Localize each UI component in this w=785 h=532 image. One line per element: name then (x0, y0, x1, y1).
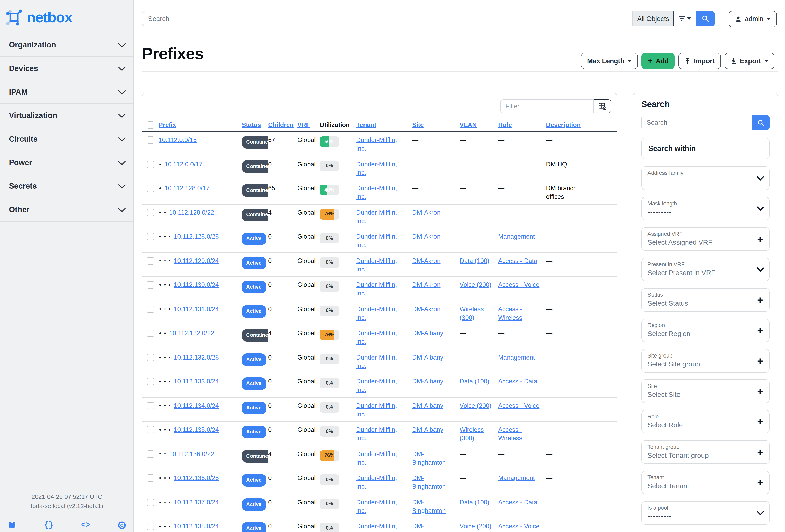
row-checkbox[interactable] (147, 523, 154, 530)
column-header-prefix[interactable]: Prefix (159, 121, 176, 128)
sidebar-item-virtualization[interactable]: Virtualization (0, 104, 133, 127)
tenant-link[interactable]: Dunder-Mifflin,Inc. (356, 256, 412, 273)
export-button[interactable]: Export (724, 53, 775, 69)
prefix-link[interactable]: 10.112.0.0/15 (159, 135, 197, 144)
tenant-link[interactable]: Dunder-Mifflin,Inc. (356, 522, 412, 532)
prefix-link[interactable]: 10.112.136.0/28 (174, 474, 219, 482)
site-link[interactable]: DM-Akron (412, 232, 460, 240)
vlan-link[interactable]: Voice (200) (460, 280, 498, 289)
filter-field-assigned-vrf[interactable]: Assigned VRFSelect Assigned VRF+ (641, 227, 769, 251)
tenant-link[interactable]: Dunder-Mifflin,Inc. (356, 184, 412, 201)
docs-book-icon[interactable] (8, 522, 16, 529)
row-checkbox[interactable] (147, 330, 154, 337)
search-within-toggle[interactable]: Search within (641, 137, 769, 159)
prefix-link[interactable]: 10.112.137.0/24 (174, 498, 219, 506)
filter-panel-search-button[interactable] (752, 115, 769, 130)
row-checkbox[interactable] (147, 257, 154, 264)
netbox-logo[interactable]: netbox (6, 9, 72, 26)
site-link[interactable]: DM-Akron (412, 208, 460, 217)
row-checkbox[interactable] (147, 233, 154, 240)
site-link[interactable]: DM-Binghamton (412, 450, 460, 466)
prefix-link[interactable]: 10.112.131.0/24 (174, 305, 219, 313)
role-link[interactable]: Access - Data (498, 498, 546, 506)
configure-columns-button[interactable] (593, 99, 611, 113)
tenant-link[interactable]: Dunder-Mifflin,Inc. (356, 305, 412, 322)
prefix-link[interactable]: 10.112.132.0/22 (169, 329, 214, 337)
vlan-link[interactable]: Wireless(300) (460, 425, 498, 442)
role-link[interactable]: Access - Voice (498, 401, 546, 410)
row-checkbox[interactable] (147, 354, 154, 361)
vlan-link[interactable]: Data (100) (460, 377, 498, 385)
tenant-link[interactable]: Dunder-Mifflin,Inc. (356, 208, 412, 225)
column-header-site[interactable]: Site (412, 121, 424, 128)
prefix-link[interactable]: 10.112.134.0/24 (174, 401, 219, 410)
sidebar-item-secrets[interactable]: Secrets (0, 175, 133, 198)
row-checkbox[interactable] (147, 450, 154, 458)
search-filter-dropdown-button[interactable] (674, 11, 696, 26)
column-header-vlan[interactable]: VLAN (460, 121, 477, 128)
sidebar-item-organization[interactable]: Organization (0, 33, 133, 57)
max-length-button[interactable]: Max Length (581, 53, 638, 69)
site-link[interactable]: DM-Binghamton (412, 474, 460, 490)
tenant-link[interactable]: Dunder-Mifflin,Inc. (356, 425, 412, 442)
filter-field-tenant-group[interactable]: Tenant groupSelect Tenant group+ (641, 440, 769, 464)
row-checkbox[interactable] (147, 281, 154, 288)
column-header-tenant[interactable]: Tenant (356, 121, 376, 128)
vlan-link[interactable]: Voice (200) (460, 522, 498, 530)
sidebar-item-devices[interactable]: Devices (0, 57, 133, 80)
sidebar-item-ipam[interactable]: IPAM (0, 80, 133, 104)
tenant-link[interactable]: Dunder-Mifflin,Inc. (356, 232, 412, 249)
global-search-button[interactable] (696, 11, 715, 26)
site-link[interactable]: DM-Albany (412, 377, 460, 385)
prefix-link[interactable]: 10.112.135.0/24 (174, 425, 219, 434)
site-link[interactable]: DM-Albany (412, 401, 460, 410)
filter-field-tenant[interactable]: TenantSelect Tenant+ (641, 471, 769, 494)
prefix-link[interactable]: 10.112.130.0/24 (174, 280, 219, 289)
sidebar-item-circuits[interactable]: Circuits (0, 127, 133, 151)
filter-field-site[interactable]: SiteSelect Site+ (641, 379, 769, 403)
row-checkbox[interactable] (147, 209, 154, 216)
row-checkbox[interactable] (147, 160, 154, 168)
filter-field-is-a-pool[interactable]: Is a pool--------- (641, 501, 769, 525)
row-checkbox[interactable] (147, 378, 154, 385)
role-link[interactable]: Access - Data (498, 256, 546, 265)
tenant-link[interactable]: Dunder-Mifflin,Inc. (356, 160, 412, 177)
prefix-link[interactable]: 10.112.138.0/24 (174, 522, 219, 530)
vlan-link[interactable]: Voice (200) (460, 401, 498, 410)
role-link[interactable]: Access -Wireless (498, 305, 546, 322)
row-checkbox[interactable] (147, 426, 154, 433)
tenant-link[interactable]: Dunder-Mifflin,Inc. (356, 401, 412, 418)
site-link[interactable]: DM-Akron (412, 280, 460, 289)
row-checkbox[interactable] (147, 499, 154, 506)
role-link[interactable]: Management (498, 474, 546, 482)
tenant-link[interactable]: Dunder-Mifflin,Inc. (356, 474, 412, 490)
role-link[interactable]: Access -Wireless (498, 425, 546, 442)
sidebar-item-other[interactable]: Other (0, 198, 133, 222)
filter-panel-search-input[interactable] (641, 115, 752, 130)
tenant-link[interactable]: Dunder-Mifflin,Inc. (356, 498, 412, 515)
prefix-link[interactable]: 10.112.132.0/28 (174, 353, 219, 361)
code-icon[interactable]: <> (81, 521, 90, 530)
import-button[interactable]: Import (679, 53, 721, 69)
site-link[interactable]: DM-Akron (412, 305, 460, 313)
vlan-link[interactable]: Wireless(300) (460, 305, 498, 322)
add-button[interactable]: + Add (641, 53, 675, 69)
sidebar-item-power[interactable]: Power (0, 151, 133, 175)
filter-field-role[interactable]: RoleSelect Role+ (641, 410, 769, 433)
filter-field-present-in-vrf[interactable]: Present in VRFSelect Present in VRF (641, 258, 769, 281)
site-link[interactable]: DM-Albany (412, 425, 460, 434)
filter-field-region[interactable]: RegionSelect Region+ (641, 319, 769, 342)
tenant-link[interactable]: Dunder-Mifflin,Inc. (356, 135, 412, 153)
global-search-input[interactable] (142, 11, 632, 26)
row-checkbox[interactable] (147, 474, 154, 482)
filter-field-site-group[interactable]: Site groupSelect Site group+ (641, 349, 769, 373)
tenant-link[interactable]: Dunder-Mifflin,Inc. (356, 329, 412, 346)
user-menu-button[interactable]: admin (728, 11, 777, 27)
prefix-link[interactable]: 10.112.129.0/24 (174, 256, 219, 265)
tenant-link[interactable]: Dunder-Mifflin,Inc. (356, 377, 412, 394)
filter-field-status[interactable]: StatusSelect Status+ (641, 288, 769, 312)
tenant-link[interactable]: Dunder-Mifflin,Inc. (356, 353, 412, 370)
prefix-link[interactable]: 10.112.0.0/17 (164, 160, 202, 168)
tenant-link[interactable]: Dunder-Mifflin,Inc. (356, 280, 412, 298)
site-link[interactable]: DM-Albany (412, 329, 460, 337)
